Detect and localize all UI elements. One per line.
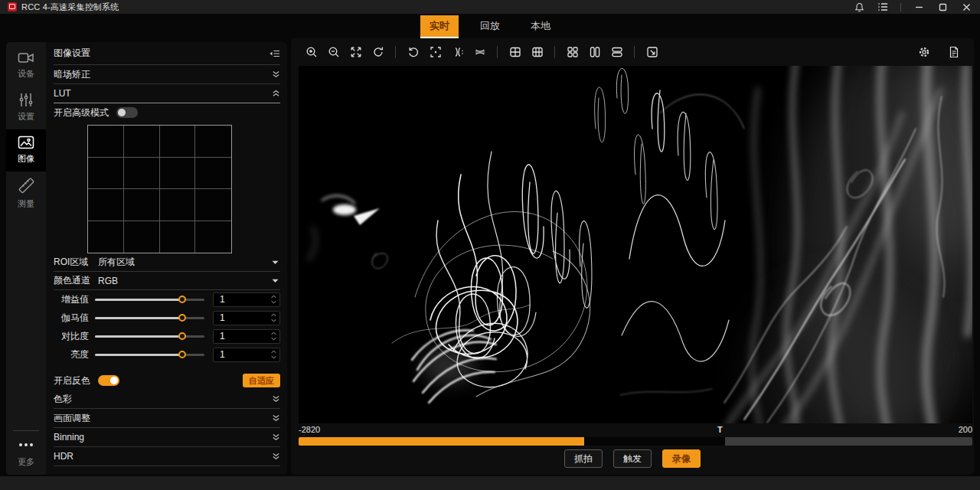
- live-view-image[interactable]: [299, 66, 972, 423]
- stepper-down-icon: [270, 318, 277, 322]
- chevron-down-icon[interactable]: [272, 279, 280, 283]
- lut-grid-cell: [195, 221, 231, 253]
- reset-view-icon[interactable]: [367, 44, 389, 60]
- section-binning[interactable]: Binning: [54, 428, 280, 447]
- slider-knob[interactable]: [178, 296, 186, 303]
- minimize-icon[interactable]: [913, 2, 925, 12]
- trigger-button[interactable]: 触发: [613, 449, 652, 468]
- channel-select[interactable]: RGB: [96, 276, 272, 286]
- sidebar-item-device[interactable]: 设备: [6, 45, 46, 87]
- viewer-panel: -2820 T 200 抓拍 触发 录像: [291, 38, 974, 475]
- sidebar-item-measure[interactable]: 测量: [6, 172, 46, 217]
- section-picture-adjust[interactable]: 画面调整: [54, 409, 280, 428]
- viewer-settings-gear-icon[interactable]: [913, 44, 935, 60]
- chevron-double-down-icon: [272, 433, 280, 441]
- quad-view-icon[interactable]: [561, 44, 583, 60]
- more-dots-icon: [19, 437, 33, 452]
- lut-grid-cell: [88, 189, 124, 221]
- section-dark-field[interactable]: 暗场矫正: [54, 65, 280, 84]
- tab-local[interactable]: 本地: [521, 15, 560, 37]
- channel-label: 颜色通道: [54, 274, 96, 287]
- toolbar-separator: [554, 46, 555, 58]
- tab-playback[interactable]: 回放: [471, 15, 509, 37]
- lut-grid-cell: [88, 126, 124, 158]
- rotate-icon[interactable]: [402, 44, 424, 60]
- snap-button[interactable]: 抓拍: [564, 449, 603, 468]
- dual-horizontal-view-icon[interactable]: [606, 44, 628, 60]
- flip-horizontal-icon[interactable]: [446, 44, 469, 60]
- chevron-down-icon[interactable]: [272, 260, 280, 265]
- gain-slider[interactable]: [95, 299, 204, 301]
- lut-grid-cell: [124, 189, 160, 221]
- notification-bell-icon[interactable]: [853, 2, 865, 12]
- gamma-value-input[interactable]: 1: [213, 311, 280, 325]
- viewer-toolbar: [291, 38, 974, 65]
- invert-toggle[interactable]: [98, 375, 119, 386]
- lut-grid-cell: [124, 158, 160, 190]
- titlebar-separator: [900, 3, 901, 11]
- tab-live[interactable]: 实时: [420, 15, 459, 38]
- left-panel: 设备 设置 图像 测量 更多 图像设置: [6, 42, 287, 475]
- record-button[interactable]: 录像: [662, 449, 701, 468]
- timeline-start-label: -2820: [299, 425, 320, 434]
- sidebar-item-settings[interactable]: 设置: [6, 87, 46, 129]
- brightness-slider[interactable]: [95, 354, 204, 356]
- timeline-end-label: 200: [959, 425, 972, 434]
- roi-row: ROI区域 所有区域: [54, 253, 280, 272]
- fit-screen-icon[interactable]: [345, 44, 367, 60]
- menu-list-icon[interactable]: [877, 2, 889, 12]
- zoom-in-icon[interactable]: [300, 44, 322, 60]
- section-label: 色彩: [54, 393, 72, 406]
- brightness-value-input[interactable]: 1: [213, 348, 280, 362]
- toolbar-separator: [395, 46, 396, 58]
- fullscreen-image-icon[interactable]: [641, 44, 663, 60]
- window-title: RCC 4-高速采集控制系统: [21, 2, 119, 13]
- contrast-slider-row: 对比度 1: [54, 327, 280, 345]
- section-color[interactable]: 色彩: [54, 390, 280, 409]
- titlebar: RCC 4-高速采集控制系统: [0, 0, 980, 14]
- value-stepper[interactable]: [270, 295, 277, 304]
- sliders-icon: [18, 93, 34, 107]
- slider-knob[interactable]: [178, 314, 186, 322]
- dual-vertical-view-icon[interactable]: [583, 44, 606, 60]
- focus-center-icon[interactable]: [424, 44, 446, 60]
- report-document-icon[interactable]: [942, 44, 965, 60]
- value-stepper[interactable]: [270, 313, 277, 322]
- lut-grid-cell: [160, 126, 196, 158]
- section-lut[interactable]: LUT: [54, 84, 280, 103]
- sidebar-item-label: 图像: [18, 153, 34, 165]
- contrast-slider[interactable]: [95, 335, 204, 338]
- grid-table-icon[interactable]: [526, 44, 548, 60]
- close-icon[interactable]: [960, 2, 972, 12]
- flip-vertical-icon[interactable]: [469, 44, 491, 60]
- lut-curve-grid[interactable]: [87, 125, 232, 253]
- sidebar-item-image[interactable]: 图像: [6, 129, 46, 172]
- sidebar-item-more[interactable]: 更多: [6, 431, 46, 475]
- grid-split-icon[interactable]: [504, 44, 526, 60]
- lut-grid-cell: [195, 126, 231, 158]
- contrast-value-input[interactable]: 1: [213, 329, 280, 344]
- sidebar-item-label: 设置: [18, 111, 34, 122]
- roi-select[interactable]: 所有区域: [96, 256, 272, 269]
- stepper-up-icon: [270, 295, 277, 299]
- maximize-icon[interactable]: [936, 2, 949, 12]
- gain-value-input[interactable]: 1: [213, 292, 280, 307]
- sidebar-item-label: 更多: [18, 456, 34, 468]
- adaptive-button[interactable]: 自适应: [243, 374, 280, 387]
- slider-knob[interactable]: [178, 351, 186, 358]
- settings-panel-header: 图像设置: [54, 42, 280, 65]
- collapse-panel-icon[interactable]: [269, 49, 280, 58]
- value-stepper[interactable]: [270, 350, 277, 359]
- section-hdr[interactable]: HDR: [54, 447, 280, 466]
- advanced-mode-toggle[interactable]: [116, 107, 138, 118]
- image-settings-panel: 图像设置 暗场矫正 LUT 开启高级模式: [46, 42, 287, 475]
- lut-grid-cell: [88, 221, 124, 253]
- timeline-trigger-label: T: [717, 425, 723, 434]
- slider-knob[interactable]: [178, 332, 186, 340]
- gamma-slider[interactable]: [95, 317, 204, 319]
- chevron-double-up-icon: [272, 90, 280, 97]
- zoom-out-icon[interactable]: [322, 44, 345, 60]
- record-buffer-bar[interactable]: [299, 437, 972, 446]
- stepper-down-icon: [270, 337, 277, 341]
- value-stepper[interactable]: [270, 332, 277, 341]
